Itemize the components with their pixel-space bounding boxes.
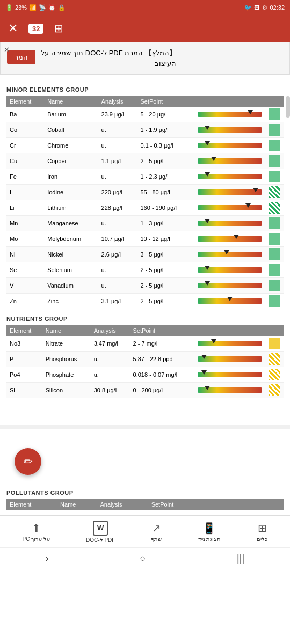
bar-marker [224, 250, 229, 254]
status-bar: 🔋 23% 📶 📡 ⏰ 🔒 🐦 🖼 ⚙ 02:32 [0, 0, 290, 15]
gradient-bar [198, 236, 262, 241]
back-button[interactable]: › [46, 553, 49, 564]
col-bar [200, 499, 270, 510]
toolbar-item-mobile[interactable]: 📱 תצוגת נייד [198, 522, 221, 542]
status-right: 🐦 🖼 ⚙ 02:32 [244, 4, 285, 11]
toolbar-label-share: שתף [151, 536, 162, 542]
cell-element: Cr [6, 138, 44, 153]
cell-bar [194, 122, 265, 138]
pollutants-header-row: Element Name Analysis SetPoint [6, 499, 284, 510]
gradient-bar [198, 221, 262, 226]
col-setpoint: SetPoint [137, 96, 194, 107]
cell-status [265, 169, 284, 185]
gradient-bar [198, 372, 262, 377]
cell-status [265, 138, 284, 153]
cell-analysis: 2.6 µg/l [98, 247, 137, 262]
cell-bar [194, 153, 265, 169]
col-element: Element [6, 325, 42, 336]
bar-marker [227, 297, 233, 301]
cell-analysis: u. [91, 367, 130, 383]
bar-marker [245, 203, 251, 208]
cell-name: Iron [44, 169, 98, 185]
bar-marker [205, 172, 210, 177]
toolbar-item-pc[interactable]: ⬆ PC על ערוך [23, 522, 50, 542]
gradient-bar [198, 267, 262, 273]
cell-element: Zn [6, 294, 44, 309]
status-indicator [269, 171, 280, 182]
cell-status [265, 336, 284, 352]
col-bar [194, 96, 265, 107]
table-row: Ba Barium 23.9 µg/l 5 - 20 µg/l [6, 107, 284, 122]
cell-analysis: u. [98, 169, 137, 185]
minor-elements-table: Element Name Analysis SetPoint Ba Barium… [6, 96, 284, 309]
toolbar-label-pc: PC על ערוך [23, 536, 50, 542]
convert-button[interactable]: המר [7, 50, 35, 64]
status-indicator [269, 186, 280, 198]
table-row: P Phosphorus u. 5.87 - 22.8 ppd [6, 352, 284, 367]
cell-analysis: 10.7 µg/l [98, 231, 137, 247]
pollutants-table: Element Name Analysis SetPoint [6, 499, 284, 510]
col-analysis: Analysis [97, 499, 148, 510]
tab-count-badge[interactable]: 32 [28, 24, 44, 34]
cell-element: Po4 [6, 367, 42, 383]
col-status [265, 325, 284, 336]
cell-status [265, 122, 284, 138]
toolbar-item-share[interactable]: ↗ שתף [151, 522, 162, 542]
cell-bar [194, 216, 265, 231]
toolbar-item-pdf[interactable]: W DOC-ל PDF [86, 521, 115, 543]
gradient-bar [198, 341, 262, 346]
cell-status [265, 185, 284, 200]
home-button[interactable]: ○ [140, 553, 146, 564]
cell-name: Silicon [42, 383, 91, 398]
table-row: Cr Chrome u. 0.1 - 0.3 µg/l [6, 138, 284, 153]
page-divider [0, 425, 290, 429]
cell-analysis: 228 µg/l [98, 200, 137, 216]
cell-setpoint: 1 - 2.3 µg/l [137, 169, 194, 185]
cell-analysis: u. [98, 216, 137, 231]
col-name: Name [42, 325, 91, 336]
bar-marker [205, 141, 210, 145]
close-button[interactable]: ✕ [8, 23, 18, 34]
cell-bar [194, 247, 265, 262]
cell-name: Copper [44, 153, 98, 169]
status-indicator [269, 124, 280, 136]
cell-status [265, 278, 284, 294]
status-indicator [269, 384, 280, 396]
status-indicator [269, 155, 280, 167]
bar-marker [234, 235, 239, 239]
toolbar-label-tools: כלים [257, 536, 267, 542]
home-bar: › ○ ||| [0, 547, 290, 569]
cell-analysis: u. [98, 138, 137, 153]
col-analysis: Analysis [91, 325, 130, 336]
cell-element: Li [6, 200, 44, 216]
cell-status [265, 216, 284, 231]
wifi-icon: 📡 [39, 4, 46, 11]
bar-marker [205, 386, 210, 390]
col-analysis: Analysis [98, 96, 137, 107]
banner-close-button[interactable]: ✕ [4, 46, 10, 54]
cell-element: P [6, 352, 42, 367]
cell-name: Nitrate [42, 336, 91, 352]
toolbar-item-tools[interactable]: ⊞ כלים [257, 522, 267, 542]
col-element: Element [6, 96, 44, 107]
page2-content: ✏ POLLUTANTS GROUP Element Name Analysis… [0, 435, 290, 515]
grid-icon[interactable]: ⊞ [54, 22, 63, 35]
status-indicator [269, 108, 280, 120]
cell-setpoint: 5 - 20 µg/l [137, 107, 194, 122]
cell-name: Chrome [44, 138, 98, 153]
cell-setpoint: 3 - 5 µg/l [137, 247, 194, 262]
table-row: No3 Nitrate 3.47 mg/l 2 - 7 mg/l [6, 336, 284, 352]
cell-status [265, 231, 284, 247]
bar-marker [205, 126, 210, 130]
status-indicator [269, 202, 280, 214]
edit-fab-button[interactable]: ✏ [15, 448, 41, 475]
cell-element: No3 [6, 336, 42, 352]
recent-apps-button[interactable]: ||| [237, 553, 244, 564]
nutrients-table: Element Name Analysis SetPoint No3 Nitra… [6, 325, 284, 398]
gradient-bar [198, 356, 262, 362]
twitter-icon: 🐦 [244, 4, 252, 11]
time-display: 02:32 [270, 4, 285, 11]
word-icon: W [93, 521, 108, 536]
status-indicator [269, 217, 280, 229]
col-setpoint: SetPoint [148, 499, 200, 510]
